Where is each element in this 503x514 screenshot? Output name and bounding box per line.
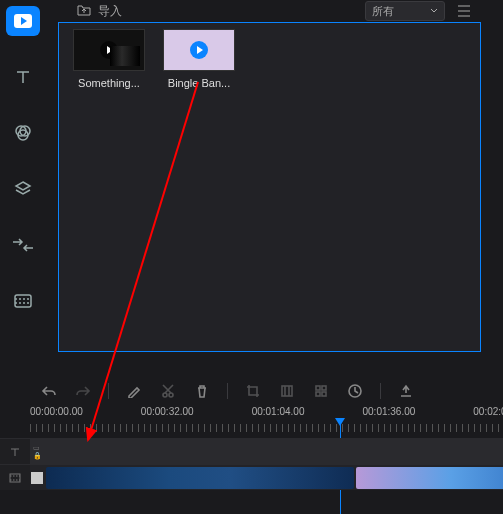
time-label: 00:01:04.00	[252, 406, 305, 417]
delete-button[interactable]	[193, 382, 211, 400]
filter-selected: 所有	[372, 4, 394, 19]
media-panel: Something... Bingle Ban...	[58, 22, 481, 352]
time-label: 00:00:00.00	[30, 406, 83, 417]
track-head[interactable]	[0, 439, 30, 464]
media-panel-topbar: 导入 所有	[58, 0, 481, 22]
layers-tab[interactable]	[6, 174, 40, 204]
export-button[interactable]	[397, 382, 415, 400]
media-label: Something...	[73, 77, 145, 89]
toolbar-divider	[108, 383, 109, 399]
undo-button[interactable]	[40, 382, 58, 400]
track-body[interactable]	[44, 439, 503, 464]
media-item-something[interactable]: Something...	[73, 29, 145, 89]
film-icon	[13, 293, 33, 309]
time-label: 00:01:36.00	[362, 406, 415, 417]
aspect-tab[interactable]	[6, 286, 40, 316]
svg-rect-8	[282, 386, 292, 396]
track-row-text[interactable]: ▭🔒	[0, 438, 503, 464]
media-grid: Something... Bingle Ban...	[59, 23, 480, 95]
chevron-down-icon	[430, 8, 438, 14]
list-view-icon	[456, 4, 472, 18]
play-icon	[190, 41, 208, 59]
time-label: 00:00:32.00	[141, 406, 194, 417]
clip-badge-icon	[31, 472, 43, 484]
import-button[interactable]: 导入	[98, 3, 122, 20]
track-controls[interactable]: ▭🔒	[30, 444, 44, 460]
text-tab[interactable]	[6, 62, 40, 92]
cut-button[interactable]	[159, 382, 177, 400]
track-head[interactable]	[0, 465, 30, 490]
transition-tab[interactable]	[6, 230, 40, 260]
media-label: Bingle Ban...	[163, 77, 235, 89]
svg-rect-14	[10, 474, 20, 482]
list-view-toggle[interactable]	[453, 1, 475, 21]
svg-rect-10	[322, 386, 326, 390]
grid-button[interactable]	[312, 382, 330, 400]
arrows-h-icon	[12, 238, 34, 252]
filter-dropdown[interactable]: 所有	[365, 1, 445, 21]
edit-button[interactable]	[125, 382, 143, 400]
svg-rect-5	[15, 295, 31, 307]
play-rect-icon	[13, 13, 33, 29]
timeline-clip[interactable]	[46, 467, 354, 489]
crop-button[interactable]	[244, 382, 262, 400]
layers-icon	[13, 179, 33, 199]
film-track-icon	[8, 471, 22, 485]
timeline-tracks: ▭🔒	[0, 438, 503, 490]
color-tab[interactable]	[6, 118, 40, 148]
color-rings-icon	[13, 123, 33, 143]
svg-rect-9	[316, 386, 320, 390]
text-track-icon	[8, 445, 22, 459]
history-button[interactable]	[346, 382, 364, 400]
media-item-bingle[interactable]: Bingle Ban...	[163, 29, 235, 89]
svg-point-6	[163, 393, 167, 397]
track-body[interactable]	[44, 465, 503, 490]
redo-button[interactable]	[74, 382, 92, 400]
timeline-toolbar	[0, 378, 503, 404]
folder-up-icon[interactable]	[76, 3, 92, 20]
media-tab[interactable]	[6, 6, 40, 36]
svg-point-7	[169, 393, 173, 397]
svg-rect-11	[316, 392, 320, 396]
media-thumb	[163, 29, 235, 71]
toolbar-divider	[227, 383, 228, 399]
text-icon	[13, 67, 33, 87]
ruler-ticks	[30, 424, 503, 432]
frame-button[interactable]	[278, 382, 296, 400]
track-row-video[interactable]	[0, 464, 503, 490]
media-thumb	[73, 29, 145, 71]
toolbar-divider	[380, 383, 381, 399]
time-label: 00:02:08.00	[473, 406, 503, 417]
svg-rect-12	[322, 392, 326, 396]
tool-sidebar	[0, 0, 46, 360]
track-controls[interactable]	[30, 472, 44, 484]
time-ruler[interactable]: 00:00:00.00 00:00:32.00 00:01:04.00 00:0…	[0, 406, 503, 434]
timeline-clip[interactable]	[356, 467, 503, 489]
